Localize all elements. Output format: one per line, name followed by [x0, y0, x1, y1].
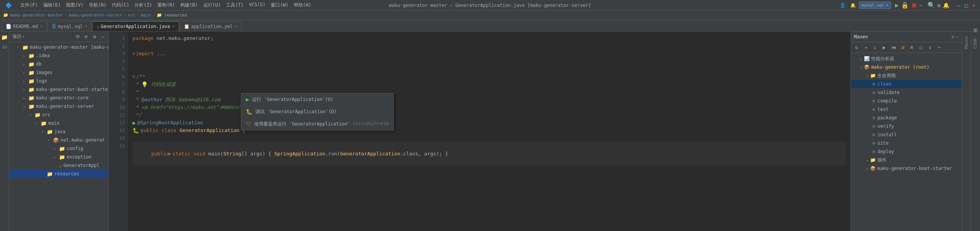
- run-gutter-icon[interactable]: ▶: [133, 119, 136, 127]
- maven-m-btn[interactable]: m: [898, 43, 907, 52]
- maven-plugins[interactable]: ▸ 📁 插件: [851, 156, 962, 164]
- menu-refactor[interactable]: 重构(R): [155, 1, 177, 9]
- avatar-icon[interactable]: 👤: [840, 3, 846, 8]
- menu-file[interactable]: 文件(F): [18, 1, 40, 9]
- notifications-button[interactable]: 🔔: [943, 2, 949, 8]
- menu-edit[interactable]: 编辑(E): [41, 1, 63, 9]
- menu-view[interactable]: 视图(V): [64, 1, 86, 9]
- sidebar-settings-btn[interactable]: ⚙: [91, 33, 98, 41]
- tab-generatorapp[interactable]: ☕ GeneratorApplication.java ×: [92, 21, 179, 31]
- run-with-coverage[interactable]: 🔒: [901, 2, 909, 9]
- maven-scissors-btn[interactable]: ✂: [935, 43, 944, 52]
- maven-lifecycle[interactable]: ▾ 📁 生命周期: [851, 71, 962, 80]
- tab-generatorapp-close[interactable]: ×: [172, 24, 175, 28]
- maven-clean[interactable]: ⚙ clean: [851, 80, 962, 88]
- tree-item-images[interactable]: ▸ 📁 images: [9, 68, 108, 77]
- run-button[interactable]: ▶: [895, 2, 899, 9]
- maven-bootstart[interactable]: ▸ 📦 maku-generator-boot-starter: [851, 164, 962, 173]
- menu-analyze[interactable]: 分析(Z): [132, 1, 154, 9]
- window-controls[interactable]: 👤 🔔 mysql.sql ▾ ▶ 🔒 ⏹ ⋯ 🔍 ⚙ 🔔 — □ ×: [840, 2, 977, 9]
- comment-fold-arrow[interactable]: ⊟: [133, 73, 135, 81]
- maven-verify[interactable]: ⚙ verify: [851, 122, 962, 130]
- maven-hide-icon[interactable]: —: [956, 34, 959, 40]
- maven-settings-icon[interactable]: ⚙: [952, 34, 954, 40]
- maven-vertical-tab[interactable]: Maven: [962, 33, 970, 52]
- menu-code[interactable]: 代码(C): [110, 1, 132, 9]
- tree-item-main[interactable]: ▾ 📁 main: [9, 119, 108, 127]
- import-fold-arrow[interactable]: ⊟: [133, 50, 135, 58]
- tree-item-src[interactable]: ▾ 📁 src: [9, 111, 108, 119]
- sidebar-sync-btn[interactable]: ⟳: [74, 33, 82, 41]
- structure-icon[interactable]: 🗂: [0, 42, 9, 51]
- minimize-button[interactable]: —: [955, 2, 962, 8]
- context-menu-run[interactable]: ▶ 运行 'GeneratorApplication'(U): [241, 93, 393, 106]
- tree-item-bootstart[interactable]: ▸ 📁 maku-generator-boot-starte: [9, 85, 108, 94]
- maximize-button[interactable]: □: [963, 2, 969, 8]
- tree-item-root[interactable]: ▾ 📁 maku-generator-master [maku-g: [9, 43, 108, 51]
- context-menu-debug[interactable]: 🐛 调试 'GeneratorApplication'(D): [241, 106, 393, 118]
- tab-mysql[interactable]: 🗄 mysql.sql ×: [47, 21, 92, 31]
- maven-install[interactable]: ⚙ install: [851, 130, 962, 139]
- maven-circle-btn[interactable]: ○: [917, 43, 925, 52]
- editor-area[interactable]: 1 2 3 4 5 6 7 8 9 10 11 12 13 14 15: [109, 31, 851, 231]
- menu-build[interactable]: 构建(B): [178, 1, 200, 9]
- breadcrumb-root[interactable]: maku-generator-master: [10, 13, 63, 18]
- maven-refresh-btn[interactable]: ↻: [852, 43, 861, 52]
- maven-list-btn[interactable]: ≋: [908, 43, 916, 52]
- tree-item-exception[interactable]: ▸ 📁 exception: [9, 153, 108, 161]
- maven-validate[interactable]: ⚙ validate: [851, 88, 962, 97]
- tree-item-db[interactable]: ▸ 📁 db: [9, 60, 108, 68]
- breadcrumb-resources[interactable]: resources: [164, 13, 187, 18]
- breadcrumb-main[interactable]: main: [141, 13, 151, 18]
- menu-tools[interactable]: 工具(T): [224, 1, 246, 9]
- tree-item-logs[interactable]: ▸ 📁 logs: [9, 77, 108, 85]
- update-icon[interactable]: 🔔: [850, 3, 856, 8]
- context-menu-coverage[interactable]: 🛡 使用覆盖率运行 'GeneratorApplication' Ctrl+Sh…: [241, 118, 393, 130]
- maven-site[interactable]: ⚙ site: [851, 139, 962, 147]
- tree-item-config[interactable]: ▸ 📁 config: [9, 144, 108, 153]
- maven-download-btn[interactable]: ↓: [871, 43, 879, 52]
- tree-item-core[interactable]: ▸ 📁 maku-generator-core: [9, 94, 108, 102]
- csdn-vertical-label[interactable]: CSDN·高新: [971, 33, 980, 52]
- menu-navigate[interactable]: 导航(N): [87, 1, 109, 9]
- sidebar-dropdown-arrow[interactable]: ▾: [22, 34, 25, 39]
- search-everywhere[interactable]: 🔍: [928, 2, 935, 9]
- tree-item-server[interactable]: ▾ 📁 maku-generator-server: [9, 102, 108, 111]
- breadcrumb-src[interactable]: src: [128, 13, 135, 18]
- menu-window[interactable]: 窗口(W): [268, 1, 291, 9]
- tree-item-resources[interactable]: 📁 resources: [9, 170, 108, 178]
- tab-readme[interactable]: 📄 README.md ×: [2, 21, 47, 31]
- maven-run-btn[interactable]: ▶: [880, 43, 888, 52]
- menu-run[interactable]: 运行(U): [201, 1, 223, 9]
- project-icon[interactable]: 📁: [0, 33, 9, 41]
- tree-item-java[interactable]: ▾ 📁 java: [9, 127, 108, 136]
- maven-deploy[interactable]: ⚙ deploy: [851, 147, 962, 156]
- tab-mysql-close[interactable]: ×: [85, 24, 87, 28]
- tab-appyml-close[interactable]: ×: [235, 24, 237, 28]
- more-run-options[interactable]: ⋯: [919, 2, 923, 9]
- maven-sort-btn[interactable]: ↕: [926, 43, 934, 52]
- debug-gutter-icon[interactable]: 🐛: [133, 127, 139, 134]
- stop-button[interactable]: ⏹: [911, 2, 917, 9]
- tab-appyml[interactable]: 📋 application.yml ×: [180, 21, 241, 31]
- sidebar-collapse-btn[interactable]: ≡: [82, 33, 90, 41]
- menu-help[interactable]: 帮助(H): [291, 1, 314, 9]
- code-editor[interactable]: package net.maku.generator; ⊟ import ...: [128, 31, 851, 231]
- maven-skip-btn[interactable]: ⏮: [889, 43, 898, 52]
- settings-button[interactable]: ⚙: [937, 2, 941, 8]
- tree-item-generatorapp[interactable]: ☕ GeneratorAppl: [9, 161, 108, 170]
- tree-item-netmakugen[interactable]: ▾ 📦 net.maku.generat: [9, 136, 108, 144]
- maven-test[interactable]: ⚙ test: [851, 105, 962, 114]
- tab-readme-close[interactable]: ×: [40, 24, 43, 28]
- maven-root[interactable]: ▾ 📦 maku-generator (root): [851, 63, 962, 71]
- maven-add-btn[interactable]: ＋: [862, 43, 870, 52]
- menu-items[interactable]: 文件(F) 编辑(E) 视图(V) 导航(N) 代码(C) 分析(Z) 重构(R…: [18, 1, 314, 9]
- maven-package[interactable]: ⚙ package: [851, 114, 962, 122]
- close-button[interactable]: ×: [971, 2, 977, 8]
- menu-vcs[interactable]: VCS(S): [247, 1, 268, 9]
- maven-profiler[interactable]: ▸ 📊 性能分析器: [851, 54, 962, 63]
- sidebar-hide-btn[interactable]: —: [99, 33, 107, 41]
- maven-compile[interactable]: ⚙ compile: [851, 97, 962, 105]
- tree-item-idea[interactable]: ▸ 📁 .idea: [9, 51, 108, 60]
- breadcrumb-server[interactable]: maku-generator-server: [69, 13, 122, 18]
